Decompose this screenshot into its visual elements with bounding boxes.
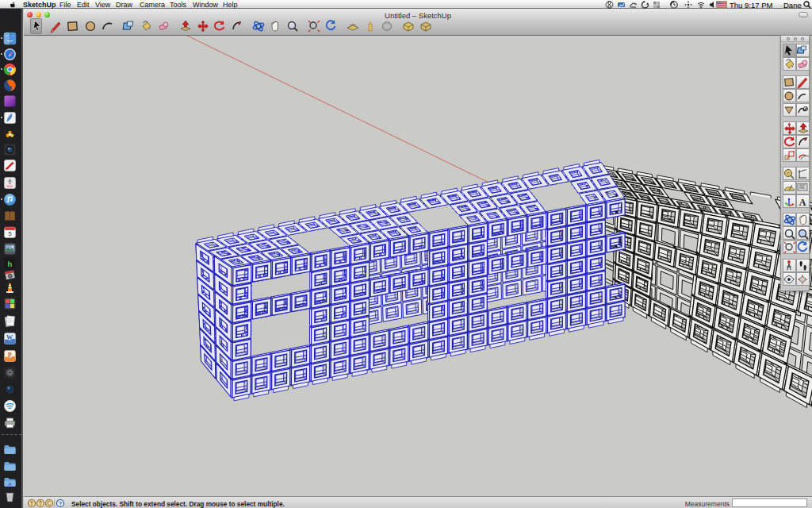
svg-text:h: h [8,259,13,267]
svg-text:?: ? [59,500,63,507]
svg-text:A: A [8,481,12,486]
svg-text:flickr: flickr [7,185,13,188]
svg-text:5: 5 [8,230,11,237]
svg-text:P: P [8,351,12,358]
svg-text:W: W [6,333,13,341]
svg-text:A: A [799,197,806,208]
